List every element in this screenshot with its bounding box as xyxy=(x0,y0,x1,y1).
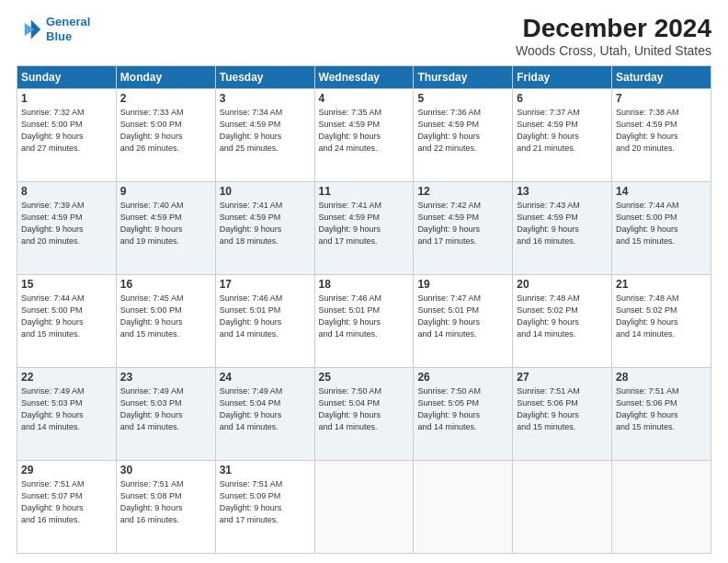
day-number: 7 xyxy=(616,92,707,105)
calendar-cell: 26Sunrise: 7:50 AM Sunset: 5:05 PM Dayli… xyxy=(414,367,513,460)
day-number: 11 xyxy=(319,185,410,198)
day-number: 6 xyxy=(517,92,608,105)
day-info: Sunrise: 7:42 AM Sunset: 4:59 PM Dayligh… xyxy=(417,200,508,247)
weekday-header-row: Sunday Monday Tuesday Wednesday Thursday… xyxy=(17,65,711,88)
calendar-week-row: 8Sunrise: 7:39 AM Sunset: 4:59 PM Daylig… xyxy=(17,181,711,274)
header-tuesday: Tuesday xyxy=(215,65,314,88)
calendar-cell: 12Sunrise: 7:42 AM Sunset: 4:59 PM Dayli… xyxy=(414,181,513,274)
calendar-cell: 27Sunrise: 7:51 AM Sunset: 5:06 PM Dayli… xyxy=(513,367,612,460)
day-number: 12 xyxy=(417,185,508,198)
calendar-cell xyxy=(314,460,414,553)
logo-line2: Blue xyxy=(46,29,72,43)
calendar-week-row: 15Sunrise: 7:44 AM Sunset: 5:00 PM Dayli… xyxy=(17,274,711,367)
calendar-week-row: 29Sunrise: 7:51 AM Sunset: 5:07 PM Dayli… xyxy=(17,460,711,553)
day-info: Sunrise: 7:50 AM Sunset: 5:05 PM Dayligh… xyxy=(417,385,508,433)
calendar-cell: 29Sunrise: 7:51 AM Sunset: 5:07 PM Dayli… xyxy=(17,460,117,553)
calendar-cell xyxy=(612,460,711,553)
day-info: Sunrise: 7:46 AM Sunset: 5:01 PM Dayligh… xyxy=(220,293,311,340)
day-number: 31 xyxy=(220,464,311,477)
day-number: 29 xyxy=(21,464,112,477)
calendar-week-row: 1Sunrise: 7:32 AM Sunset: 5:00 PM Daylig… xyxy=(17,88,711,181)
calendar-cell: 19Sunrise: 7:47 AM Sunset: 5:01 PM Dayli… xyxy=(414,274,513,367)
day-number: 15 xyxy=(21,278,112,291)
main-title: December 2024 xyxy=(516,15,711,43)
calendar-cell: 17Sunrise: 7:46 AM Sunset: 5:01 PM Dayli… xyxy=(215,274,314,367)
logo-line1: General xyxy=(46,15,90,29)
day-number: 16 xyxy=(120,278,211,291)
day-info: Sunrise: 7:51 AM Sunset: 5:09 PM Dayligh… xyxy=(220,478,311,526)
calendar-cell: 9Sunrise: 7:40 AM Sunset: 4:59 PM Daylig… xyxy=(116,181,215,274)
day-number: 1 xyxy=(21,92,112,105)
header: General Blue December 2024 Woods Cross, … xyxy=(17,15,711,58)
calendar-cell: 10Sunrise: 7:41 AM Sunset: 4:59 PM Dayli… xyxy=(215,181,314,274)
calendar-cell: 1Sunrise: 7:32 AM Sunset: 5:00 PM Daylig… xyxy=(17,88,117,181)
day-number: 17 xyxy=(220,278,311,291)
day-number: 10 xyxy=(220,185,311,198)
day-number: 4 xyxy=(319,92,410,105)
calendar-cell: 22Sunrise: 7:49 AM Sunset: 5:03 PM Dayli… xyxy=(17,367,117,460)
day-number: 25 xyxy=(319,371,410,384)
day-number: 30 xyxy=(120,464,211,477)
calendar-cell: 6Sunrise: 7:37 AM Sunset: 4:59 PM Daylig… xyxy=(513,88,612,181)
calendar-cell xyxy=(414,460,513,553)
day-info: Sunrise: 7:37 AM Sunset: 4:59 PM Dayligh… xyxy=(517,107,608,155)
day-info: Sunrise: 7:36 AM Sunset: 4:59 PM Dayligh… xyxy=(417,107,508,155)
calendar-cell: 28Sunrise: 7:51 AM Sunset: 5:06 PM Dayli… xyxy=(612,367,711,460)
day-info: Sunrise: 7:38 AM Sunset: 4:59 PM Dayligh… xyxy=(616,107,707,155)
page: General Blue December 2024 Woods Cross, … xyxy=(0,0,728,563)
day-number: 8 xyxy=(21,185,112,198)
header-sunday: Sunday xyxy=(17,65,117,88)
calendar-cell: 14Sunrise: 7:44 AM Sunset: 5:00 PM Dayli… xyxy=(612,181,711,274)
day-info: Sunrise: 7:51 AM Sunset: 5:06 PM Dayligh… xyxy=(517,385,608,433)
logo: General Blue xyxy=(17,15,90,43)
day-info: Sunrise: 7:32 AM Sunset: 5:00 PM Dayligh… xyxy=(21,107,112,155)
day-info: Sunrise: 7:51 AM Sunset: 5:06 PM Dayligh… xyxy=(616,385,707,433)
day-info: Sunrise: 7:51 AM Sunset: 5:08 PM Dayligh… xyxy=(120,478,211,526)
calendar-cell: 11Sunrise: 7:41 AM Sunset: 4:59 PM Dayli… xyxy=(314,181,414,274)
calendar: Sunday Monday Tuesday Wednesday Thursday… xyxy=(17,65,711,554)
calendar-cell: 4Sunrise: 7:35 AM Sunset: 4:59 PM Daylig… xyxy=(314,88,414,181)
logo-text: General Blue xyxy=(46,15,90,43)
day-info: Sunrise: 7:49 AM Sunset: 5:03 PM Dayligh… xyxy=(120,385,211,433)
day-info: Sunrise: 7:48 AM Sunset: 5:02 PM Dayligh… xyxy=(616,293,707,340)
calendar-cell: 31Sunrise: 7:51 AM Sunset: 5:09 PM Dayli… xyxy=(215,460,314,553)
day-number: 21 xyxy=(616,278,707,291)
day-number: 5 xyxy=(417,92,508,105)
subtitle: Woods Cross, Utah, United States xyxy=(516,43,711,58)
calendar-cell: 7Sunrise: 7:38 AM Sunset: 4:59 PM Daylig… xyxy=(612,88,711,181)
header-thursday: Thursday xyxy=(414,65,513,88)
day-info: Sunrise: 7:40 AM Sunset: 4:59 PM Dayligh… xyxy=(120,200,211,247)
calendar-cell: 13Sunrise: 7:43 AM Sunset: 4:59 PM Dayli… xyxy=(513,181,612,274)
day-info: Sunrise: 7:49 AM Sunset: 5:03 PM Dayligh… xyxy=(21,385,112,433)
day-info: Sunrise: 7:48 AM Sunset: 5:02 PM Dayligh… xyxy=(517,293,608,340)
calendar-cell: 15Sunrise: 7:44 AM Sunset: 5:00 PM Dayli… xyxy=(17,274,117,367)
day-number: 13 xyxy=(517,185,608,198)
day-number: 9 xyxy=(120,185,211,198)
day-number: 22 xyxy=(21,371,112,384)
day-info: Sunrise: 7:41 AM Sunset: 4:59 PM Dayligh… xyxy=(319,200,410,247)
day-info: Sunrise: 7:34 AM Sunset: 4:59 PM Dayligh… xyxy=(220,107,311,155)
day-info: Sunrise: 7:41 AM Sunset: 4:59 PM Dayligh… xyxy=(220,200,311,247)
day-number: 14 xyxy=(616,185,707,198)
day-number: 27 xyxy=(517,371,608,384)
calendar-cell: 8Sunrise: 7:39 AM Sunset: 4:59 PM Daylig… xyxy=(17,181,117,274)
day-number: 19 xyxy=(417,278,508,291)
header-monday: Monday xyxy=(116,65,215,88)
logo-icon xyxy=(17,17,42,42)
calendar-cell: 5Sunrise: 7:36 AM Sunset: 4:59 PM Daylig… xyxy=(414,88,513,181)
day-info: Sunrise: 7:50 AM Sunset: 5:04 PM Dayligh… xyxy=(319,385,410,433)
day-info: Sunrise: 7:44 AM Sunset: 5:00 PM Dayligh… xyxy=(616,200,707,247)
day-number: 26 xyxy=(417,371,508,384)
header-wednesday: Wednesday xyxy=(314,65,414,88)
header-saturday: Saturday xyxy=(612,65,711,88)
day-number: 3 xyxy=(220,92,311,105)
day-info: Sunrise: 7:45 AM Sunset: 5:00 PM Dayligh… xyxy=(120,293,211,340)
day-info: Sunrise: 7:46 AM Sunset: 5:01 PM Dayligh… xyxy=(319,293,410,340)
calendar-cell: 18Sunrise: 7:46 AM Sunset: 5:01 PM Dayli… xyxy=(314,274,414,367)
calendar-cell: 16Sunrise: 7:45 AM Sunset: 5:00 PM Dayli… xyxy=(116,274,215,367)
day-info: Sunrise: 7:33 AM Sunset: 5:00 PM Dayligh… xyxy=(120,107,211,155)
calendar-cell xyxy=(513,460,612,553)
day-number: 20 xyxy=(517,278,608,291)
day-number: 18 xyxy=(319,278,410,291)
header-friday: Friday xyxy=(513,65,612,88)
